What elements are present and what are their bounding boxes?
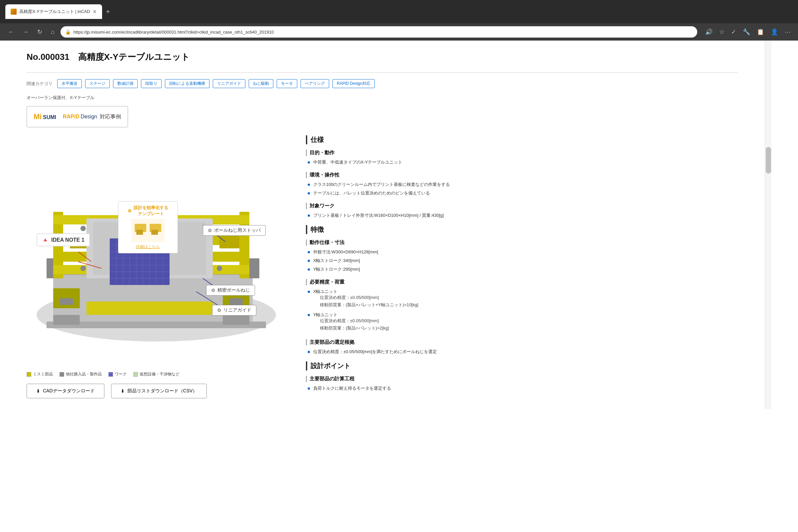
favicon-icon xyxy=(11,8,17,15)
address-bar[interactable]: 🔒 https://jp.misumi-ec.com/ec/incadlibra… xyxy=(60,26,697,38)
spec-dim-1: ● X軸ストローク:340[mm] xyxy=(306,258,738,264)
lock-icon: 🔒 xyxy=(65,29,71,35)
legend-misumi: ミスミ部品 xyxy=(26,372,53,377)
scrollbar-thumb[interactable] xyxy=(766,147,771,174)
svg-rect-44 xyxy=(229,298,243,305)
template-link[interactable]: 詳細はこちら xyxy=(136,244,160,249)
favorites-button[interactable]: ☆ xyxy=(717,27,726,37)
svg-rect-42 xyxy=(60,298,73,305)
read-aloud-button[interactable]: 🔊 xyxy=(703,27,715,37)
idea-note[interactable]: 🔺 IDEA NOTE 1 xyxy=(37,233,90,246)
legend-color-other xyxy=(59,372,64,377)
refresh-button[interactable]: ↻ xyxy=(35,27,45,37)
download-icon-parts: ⬇ xyxy=(121,388,125,394)
svg-rect-56 xyxy=(151,230,155,235)
design-points-title: 設計ポイント xyxy=(306,361,738,370)
design-text: Design xyxy=(80,114,97,119)
dimensions-title: 動作仕様・寸法 xyxy=(306,240,738,246)
forward-button[interactable]: → xyxy=(20,27,31,37)
cat-tag-motor[interactable]: モータ xyxy=(277,79,297,88)
page-title: No.000031 高精度X-Yテーブルユニット xyxy=(26,51,738,63)
right-column: 仕様 目的・動作 ● 中荷重、中低速タイプのX-Yテーブルユニット 環境・操作性… xyxy=(306,135,738,398)
cat-tag-bearing[interactable]: ベアリング xyxy=(301,79,329,88)
cad-download-button[interactable]: ⬇ CADデータダウンロード xyxy=(26,384,104,398)
rapid-text: RAPiD xyxy=(63,114,79,119)
spec-prec-group-1: Y軸ユニット 位置決め精度：±0.05/500[mm] 移動部質量：(製品+パレ… xyxy=(313,312,389,332)
page-divider xyxy=(26,72,738,73)
page-content: No.000031 高精度X-Yテーブルユニット 関連カテゴリ 水平搬送 ステー… xyxy=(0,41,765,409)
cat-tag-numerical-measurement[interactable]: 数値計測 xyxy=(113,79,138,88)
parts-list-download-button[interactable]: ⬇ 部品リストダウンロード（CSV） xyxy=(111,384,207,398)
cat-tag-screw-drive[interactable]: ねじ駆動 xyxy=(249,79,273,88)
spec-prec-0: ● X軸ユニット 位置決め精度：±0.05/500[mm] 移動部質量：(製品+… xyxy=(306,289,738,309)
legend-color-virtual xyxy=(133,372,138,377)
left-column: 🔺 IDEA NOTE 1 ⚙ 設計を効率化するテンプレート xyxy=(26,135,286,398)
spec-basis-text-0: 位置決め精度：±0.05/500[mm]を満たすためにボールねじを選定 xyxy=(313,349,437,355)
precision-ball-screw-label: 精密ボールねじ xyxy=(217,287,250,293)
category-label: 関連カテゴリ xyxy=(26,81,53,87)
legend-label-misumi: ミスミ部品 xyxy=(33,372,53,377)
purpose-section: 目的・動作 ● 中荷重、中低速タイプのX-Yテーブルユニット xyxy=(306,150,738,165)
calculation-title: 主要部品の計算工程 xyxy=(306,376,738,382)
tab-title: 高精度X-Yテーブルユニット | inCAD xyxy=(19,8,90,15)
template-box[interactable]: ⚙ 設計を効率化するテンプレート xyxy=(118,201,178,253)
collections-button[interactable]: 📋 xyxy=(755,27,766,37)
tab-close-button[interactable]: ✕ xyxy=(93,9,97,14)
cat-tag-setup[interactable]: 段取り xyxy=(141,79,162,88)
svg-rect-53 xyxy=(136,230,140,235)
cat-tag-horizontal-transport[interactable]: 水平搬送 xyxy=(57,79,82,88)
precision-ball-screw-annotation[interactable]: ⚙ 精密ボールねじ xyxy=(206,285,255,296)
cat-tag-rapid-design[interactable]: RAPiD Design対応 xyxy=(332,79,375,88)
browser-toolbar: ← → ↻ ⌂ 🔒 https://jp.misumi-ec.com/ec/in… xyxy=(0,23,798,41)
misumi-logo: Mi SUMI xyxy=(34,110,60,124)
idea-note-label: IDEA NOTE 1 xyxy=(51,237,84,243)
bullet-icon-3: ● xyxy=(307,191,310,196)
svg-rect-57 xyxy=(155,230,158,235)
bullet-icon-4: ● xyxy=(307,213,310,218)
spec-dim-text-1: X軸ストローク:340[mm] xyxy=(313,258,360,264)
legend-label-work: ワーク xyxy=(115,372,127,377)
workpiece-title: 対象ワーク xyxy=(306,203,738,209)
cad-download-label: CADデータダウンロード xyxy=(43,388,95,394)
more-button[interactable]: ⋯ xyxy=(783,27,793,37)
ball-screw-stopper-annotation[interactable]: ⚙ ボールねじ用ストッパ xyxy=(203,225,266,236)
spec-calc-0: ● 負荷トルクに耐え得るモータを選定する xyxy=(306,385,738,391)
cat-tag-linear-guide[interactable]: リニアガイド xyxy=(213,79,245,88)
linear-guide-label: リニアガイド xyxy=(224,307,251,313)
features-section-title: 特徴 xyxy=(306,225,738,234)
svg-rect-45 xyxy=(87,302,213,315)
dimensions-section: 動作仕様・寸法 ● 外観寸法:W300×D690×H128[mm] ● X軸スト… xyxy=(306,240,738,272)
spec-dim-2: ● Y軸ストローク:295[mm] xyxy=(306,266,738,272)
home-button[interactable]: ⌂ xyxy=(48,27,57,37)
profile-button[interactable]: 👤 xyxy=(769,27,780,37)
svg-point-39 xyxy=(80,266,86,271)
cat-tag-stage[interactable]: ステージ xyxy=(85,79,110,88)
environment-title: 環境・操作性 xyxy=(306,172,738,178)
scrollbar[interactable] xyxy=(765,41,772,409)
spec-work-0: ● プリント基板 / トレイ外形寸法:W160×D100×H10[mm] / 質… xyxy=(306,212,738,218)
template-image xyxy=(131,219,165,242)
legend: ミスミ部品 他社購入品・製作品 ワーク 仮想設備・干渉物など xyxy=(26,372,286,377)
new-tab-button[interactable]: + xyxy=(106,8,110,16)
purpose-title: 目的・動作 xyxy=(306,150,738,156)
legend-color-misumi xyxy=(26,372,31,377)
bullet-icon-7: ● xyxy=(307,267,310,272)
bullet-icon-10: ● xyxy=(307,349,310,355)
cat-tag-rotation-linear[interactable]: 回転による直動機構 xyxy=(165,79,209,88)
svg-rect-9 xyxy=(223,315,249,325)
browser-tab[interactable]: 高精度X-Yテーブルユニット | inCAD ✕ xyxy=(5,4,102,19)
svg-text:SUMI: SUMI xyxy=(43,114,56,120)
linear-guide-annotation[interactable]: ⚙ リニアガイド xyxy=(212,305,256,316)
gear-icon-3: ⚙ xyxy=(217,307,222,313)
legend-color-work xyxy=(108,372,113,377)
tracking-button[interactable]: ✓ xyxy=(729,27,738,37)
workpiece-section: 対象ワーク ● プリント基板 / トレイ外形寸法:W160×D100×H10[m… xyxy=(306,203,738,218)
misumi-rapid-design-badge[interactable]: Mi SUMI RAPiD Design 対応事例 xyxy=(26,106,128,127)
extensions-button[interactable]: 🔧 xyxy=(741,27,752,37)
bullet-icon-11: ● xyxy=(307,386,310,391)
badge-label: 対応事例 xyxy=(100,113,121,120)
back-button[interactable]: ← xyxy=(5,27,17,37)
selection-basis-section: 主要部品の選定根拠 ● 位置決め精度：±0.05/500[mm]を満たすためにボ… xyxy=(306,339,738,355)
category-row: 関連カテゴリ 水平搬送 ステージ 数値計測 段取り 回転による直動機構 リニアガ… xyxy=(26,79,738,88)
environment-section: 環境・操作性 ● クラス100のクリーンルーム内でプリント基板に検査などの作業を… xyxy=(306,172,738,196)
